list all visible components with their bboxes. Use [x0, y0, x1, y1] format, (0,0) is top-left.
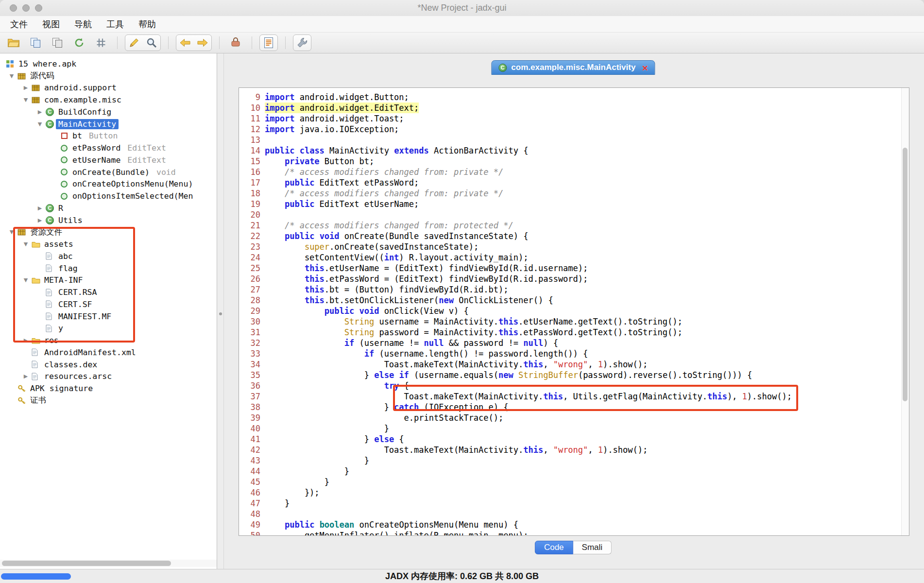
tree-item-android-support[interactable]: ▶android.support — [0, 82, 217, 94]
back-button[interactable] — [176, 35, 194, 51]
expand-arrow-icon[interactable]: ▼ — [20, 97, 32, 103]
code-line-37[interactable]: 37 Toast.makeText(MainActivity.this, Uti… — [239, 391, 909, 402]
tree-item-item-14[interactable]: ▼资源文件 — [0, 226, 217, 239]
reload-button[interactable] — [70, 35, 88, 51]
flatten-packages-button[interactable] — [92, 35, 110, 51]
code-line-25[interactable]: 25 this.etUserName = (EditText) findView… — [239, 263, 909, 274]
code-line-36[interactable]: 36 try { — [239, 380, 909, 391]
tab-close-icon[interactable]: × — [642, 63, 648, 73]
tree-item-etpassword[interactable]: etPassWordEditText — [0, 142, 217, 154]
code-line-47[interactable]: 47 } — [239, 498, 909, 509]
deobfuscation-button[interactable] — [125, 35, 143, 51]
tree-item-oncreate-bundle[interactable]: onCreate(Bundle)void — [0, 166, 217, 178]
tree-item-r[interactable]: ▶CR — [0, 202, 217, 214]
tree-item-cert-sf[interactable]: CERT.SF — [0, 298, 217, 310]
menu-file[interactable]: 文件 — [3, 16, 35, 33]
tree-item-androidmanifest-xml[interactable]: AndroidManifest.xml — [0, 346, 217, 359]
code-line-12[interactable]: 12import java.io.IOException; — [239, 124, 909, 135]
menu-view[interactable]: 视图 — [35, 16, 67, 33]
code-line-45[interactable]: 45 } — [239, 477, 909, 487]
menu-navigation[interactable]: 导航 — [67, 16, 99, 33]
code-line-46[interactable]: 46 }); — [239, 487, 909, 498]
code-line-13[interactable]: 13 — [239, 135, 909, 145]
code-line-29[interactable]: 29 public void onClick(View v) { — [239, 306, 909, 316]
tree-item-onoptionsitemselected-men[interactable]: onOptionsItemSelected(Men — [0, 190, 217, 202]
code-line-23[interactable]: 23 super.onCreate(savedInstanceState); — [239, 241, 909, 252]
code-line-32[interactable]: 32 if (username != null && password != n… — [239, 338, 909, 348]
expand-arrow-icon[interactable]: ▼ — [6, 73, 17, 79]
expand-arrow-icon[interactable]: ▶ — [34, 109, 46, 115]
code-line-40[interactable]: 40 } — [239, 423, 909, 434]
code-editor[interactable]: 9import android.widget.Button;10import a… — [239, 87, 909, 536]
log-viewer-button[interactable] — [260, 35, 277, 51]
code-line-31[interactable]: 31 String password = MainActivity.this.e… — [239, 327, 909, 338]
code-line-33[interactable]: 33 if (username.length() != password.len… — [239, 348, 909, 359]
code-line-15[interactable]: 15 private Button bt; — [239, 156, 909, 167]
tree-item-oncreateoptionsmenu-menu[interactable]: onCreateOptionsMenu(Menu) — [0, 178, 217, 190]
code-line-19[interactable]: 19 public EditText etUserName; — [239, 199, 909, 209]
code-line-48[interactable]: 48 — [239, 509, 909, 519]
code-line-24[interactable]: 24 setContentView((int) R.layout.activit… — [239, 252, 909, 263]
tree-horizontal-scrollbar[interactable] — [0, 560, 217, 567]
code-line-28[interactable]: 28 this.bt.setOnClickListener(new OnClic… — [239, 295, 909, 306]
expand-arrow-icon[interactable]: ▶ — [20, 85, 32, 91]
code-line-11[interactable]: 11import android.widget.Toast; — [239, 113, 909, 124]
tree-hscroll-thumb[interactable] — [2, 561, 171, 566]
tree-item-meta-inf[interactable]: ▼META-INF — [0, 274, 217, 287]
tree-item-cert-rsa[interactable]: CERT.RSA — [0, 286, 217, 298]
code-line-9[interactable]: 9import android.widget.Button; — [239, 92, 909, 103]
editor-vertical-scrollbar[interactable] — [901, 88, 909, 535]
tree-item-res[interactable]: ▶res — [0, 334, 217, 346]
code-line-27[interactable]: 27 this.bt = (Button) findViewById(R.id.… — [239, 284, 909, 295]
code-line-21[interactable]: 21 /* access modifiers changed from: pro… — [239, 220, 909, 231]
code-line-30[interactable]: 30 String username = MainActivity.this.e… — [239, 316, 909, 327]
tree-item-item-28[interactable]: 证书 — [0, 394, 217, 407]
expand-arrow-icon[interactable]: ▶ — [20, 337, 32, 343]
tree-item-manifest-mf[interactable]: MANIFEST.MF — [0, 310, 217, 323]
expand-arrow-icon[interactable]: ▶ — [34, 217, 46, 223]
expand-arrow-icon[interactable]: ▶ — [34, 205, 46, 211]
code-line-10[interactable]: 10import android.widget.EditText; — [239, 103, 909, 113]
tree-item-etusername[interactable]: etUserNameEditText — [0, 154, 217, 166]
code-line-43[interactable]: 43 } — [239, 455, 909, 466]
code-line-14[interactable]: 14public class MainActivity extends Acti… — [239, 145, 909, 156]
quark-button[interactable] — [227, 35, 244, 51]
tree-item-resources-arsc[interactable]: ▶resources.arsc — [0, 371, 217, 383]
tree-item-assets[interactable]: ▼assets — [0, 238, 217, 250]
save-all-button[interactable] — [27, 35, 44, 51]
expand-arrow-icon[interactable]: ▼ — [20, 241, 32, 247]
open-file-button[interactable] — [5, 35, 22, 51]
smali-view-button[interactable]: Smali — [573, 541, 612, 554]
code-line-16[interactable]: 16 /* access modifiers changed from: pri… — [239, 167, 909, 177]
code-line-42[interactable]: 42 Toast.makeText(MainActivity.this, "wr… — [239, 445, 909, 455]
tree-item-utils[interactable]: ▶CUtils — [0, 214, 217, 226]
search-button[interactable] — [143, 35, 160, 51]
code-line-41[interactable]: 41 } else { — [239, 434, 909, 445]
tree-item-buildconfig[interactable]: ▶CBuildConfig — [0, 106, 217, 118]
tree-item-com-example-misc[interactable]: ▼com.example.misc — [0, 94, 217, 106]
tree-item-y[interactable]: y — [0, 323, 217, 335]
tree-item-flag[interactable]: flag — [0, 262, 217, 274]
preferences-button[interactable] — [293, 35, 311, 51]
tab-mainactivity[interactable]: C com.example.misc.MainActivity × — [491, 60, 655, 75]
expand-arrow-icon[interactable]: ▶ — [20, 373, 32, 379]
forward-button[interactable] — [194, 35, 211, 51]
code-line-38[interactable]: 38 } catch (IOException e) { — [239, 402, 909, 412]
expand-arrow-icon[interactable]: ▼ — [20, 277, 32, 283]
code-line-44[interactable]: 44 } — [239, 466, 909, 477]
code-line-17[interactable]: 17 public EditText etPassWord; — [239, 177, 909, 188]
code-line-18[interactable]: 18 /* access modifiers changed from: pri… — [239, 188, 909, 199]
tree-item-abc[interactable]: abc — [0, 250, 217, 262]
expand-arrow-icon[interactable]: ▼ — [6, 229, 17, 235]
code-line-35[interactable]: 35 } else if (username.equals(new String… — [239, 370, 909, 380]
tree-item-item-1[interactable]: ▼源代码 — [0, 70, 217, 82]
code-line-20[interactable]: 20 — [239, 209, 909, 220]
code-line-34[interactable]: 34 Toast.makeText(MainActivity.this, "wr… — [239, 359, 909, 370]
editor-vscroll-thumb[interactable] — [903, 148, 907, 401]
code-line-39[interactable]: 39 e.printStackTrace(); — [239, 412, 909, 423]
code-view-button[interactable]: Code — [535, 541, 573, 554]
tree-item-apk-signature[interactable]: APK signature — [0, 382, 217, 394]
code-line-22[interactable]: 22 public void onCreate(Bundle savedInst… — [239, 231, 909, 241]
export-button[interactable] — [49, 35, 66, 51]
tree-item-classes-dex[interactable]: classes.dex — [0, 359, 217, 371]
